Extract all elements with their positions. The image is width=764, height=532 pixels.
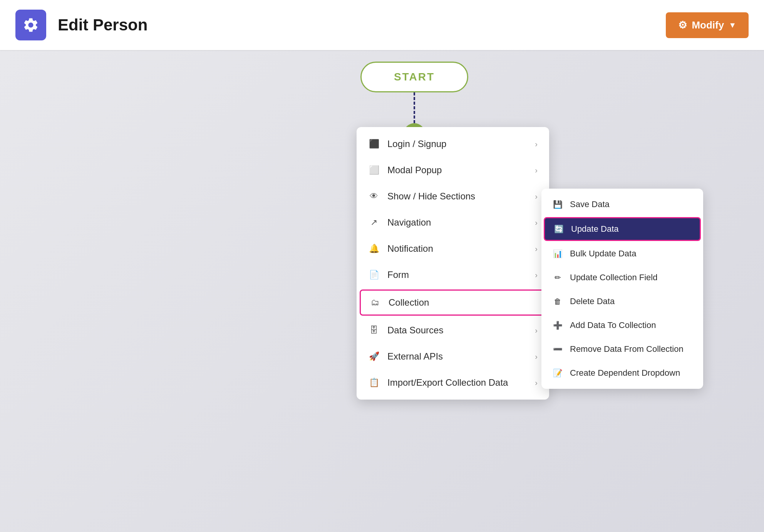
data-sources-icon: 🗄 (368, 325, 380, 335)
menu-item-external-apis[interactable]: 🚀 External APIs › (357, 343, 549, 370)
menu-item-collection[interactable]: 🗂 Collection (360, 289, 546, 316)
arrow-icon: › (535, 271, 538, 279)
dropdown-icon: 📝 (552, 368, 563, 378)
arrow-icon: › (535, 326, 538, 335)
arrow-icon: › (535, 378, 538, 387)
field-icon: ✏ (552, 273, 563, 282)
menu-label-show-hide: Show / Hide Sections (387, 191, 475, 202)
delete-icon: 🗑 (552, 297, 563, 306)
notification-icon: 🔔 (368, 244, 380, 254)
submenu-item-add-data[interactable]: ➕ Add Data To Collection (541, 313, 703, 337)
menu-item-notification[interactable]: 🔔 Notification › (357, 236, 549, 262)
workflow-canvas: START + ⬛ Login / Signup › ⬜ Modal Popup… (0, 50, 764, 532)
action-menu: ⬛ Login / Signup › ⬜ Modal Popup › 👁 Sho… (357, 127, 549, 400)
connector-line (414, 92, 415, 123)
menu-item-form[interactable]: 📄 Form › (357, 262, 549, 288)
menu-item-show-hide[interactable]: 👁 Show / Hide Sections › (357, 183, 549, 209)
header: Edit Person ⚙ Modify ▼ (0, 0, 764, 50)
menu-label-notification: Notification (387, 243, 433, 254)
submenu-item-update-data[interactable]: 🔄 Update Data (544, 217, 701, 241)
menu-label-modal-popup: Modal Popup (387, 165, 442, 176)
arrow-icon: › (535, 192, 538, 201)
arrow-icon: › (535, 218, 538, 227)
bulk-icon: 📊 (552, 249, 563, 258)
submenu-label-add-data: Add Data To Collection (570, 320, 656, 330)
collection-icon: 🗂 (369, 298, 381, 308)
menu-item-modal-popup[interactable]: ⬜ Modal Popup › (357, 157, 549, 183)
chevron-down-icon: ▼ (729, 21, 736, 30)
flowchart: START + ⬛ Login / Signup › ⬜ Modal Popup… (360, 62, 468, 168)
login-icon: ⬛ (368, 139, 380, 149)
submenu-item-update-field[interactable]: ✏ Update Collection Field (541, 266, 703, 289)
start-node: START (360, 62, 468, 92)
page-title: Edit Person (58, 16, 147, 34)
arrow-icon: › (535, 244, 538, 253)
modify-gear-icon: ⚙ (678, 19, 687, 31)
submenu-item-dependent-dropdown[interactable]: 📝 Create Dependent Dropdown (541, 361, 703, 385)
submenu-item-delete-data[interactable]: 🗑 Delete Data (541, 289, 703, 313)
arrow-icon: › (535, 352, 538, 361)
submenu-label-remove-data: Remove Data From Collection (570, 344, 684, 354)
menu-label-import-export: Import/Export Collection Data (387, 377, 508, 388)
submenu-item-bulk-update[interactable]: 📊 Bulk Update Data (541, 242, 703, 266)
arrow-icon: › (535, 166, 538, 175)
update-icon: 🔄 (553, 224, 564, 234)
save-icon: 💾 (552, 200, 563, 209)
external-apis-icon: 🚀 (368, 351, 380, 361)
import-export-icon: 📋 (368, 378, 380, 388)
add-icon: ➕ (552, 321, 563, 330)
submenu-item-remove-data[interactable]: ➖ Remove Data From Collection (541, 337, 703, 361)
show-hide-icon: 👁 (368, 191, 380, 201)
submenu-label-update-data: Update Data (571, 224, 619, 234)
menu-label-collection: Collection (389, 297, 429, 308)
modal-icon: ⬜ (368, 165, 380, 175)
menu-item-navigation[interactable]: ↗ Navigation › (357, 209, 549, 236)
submenu-label-dependent-dropdown: Create Dependent Dropdown (570, 368, 680, 378)
menu-label-form: Form (387, 269, 409, 280)
submenu-item-save-data[interactable]: 💾 Save Data (541, 192, 703, 216)
menu-label-external-apis: External APIs (387, 351, 443, 362)
app-logo (15, 10, 46, 40)
submenu-label-save-data: Save Data (570, 199, 610, 209)
navigation-icon: ↗ (368, 217, 380, 228)
modify-label: Modify (692, 19, 724, 31)
remove-icon: ➖ (552, 345, 563, 354)
menu-label-login-signup: Login / Signup (387, 139, 446, 149)
menu-item-login-signup[interactable]: ⬛ Login / Signup › (357, 131, 549, 157)
collection-submenu: 💾 Save Data 🔄 Update Data 📊 Bulk Update … (541, 189, 703, 389)
submenu-label-delete-data: Delete Data (570, 296, 615, 306)
form-icon: 📄 (368, 270, 380, 280)
submenu-label-update-field: Update Collection Field (570, 273, 657, 283)
menu-label-data-sources: Data Sources (387, 325, 443, 336)
menu-item-import-export[interactable]: 📋 Import/Export Collection Data › (357, 370, 549, 396)
submenu-label-bulk-update: Bulk Update Data (570, 249, 636, 259)
arrow-icon: › (535, 140, 538, 149)
modify-button[interactable]: ⚙ Modify ▼ (666, 12, 749, 38)
menu-label-navigation: Navigation (387, 217, 431, 228)
menu-item-data-sources[interactable]: 🗄 Data Sources › (357, 317, 549, 343)
settings-icon (22, 17, 39, 33)
